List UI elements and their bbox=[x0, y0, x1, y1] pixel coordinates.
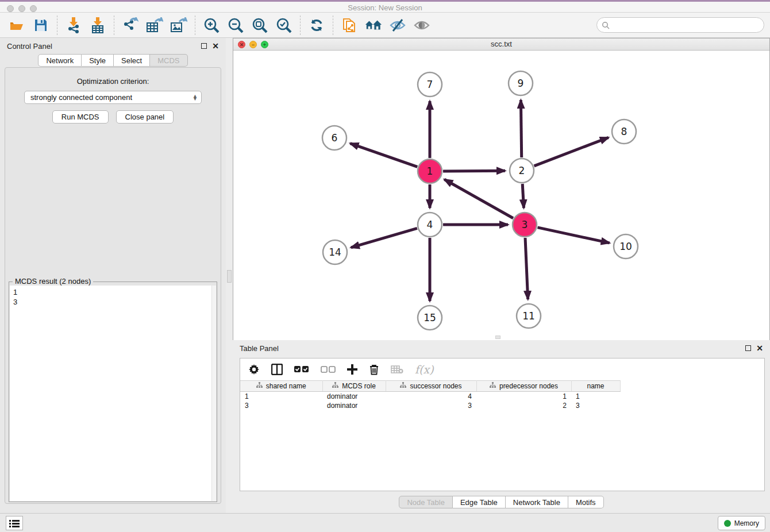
column-header-mcds-role[interactable]: MCDS role bbox=[322, 381, 386, 392]
duplicate-network-icon[interactable] bbox=[341, 17, 358, 34]
memory-button[interactable]: Memory bbox=[718, 516, 765, 530]
refresh-view-icon[interactable] bbox=[308, 17, 325, 34]
edge-2-9[interactable] bbox=[521, 100, 521, 157]
network-canvas[interactable]: 7968124314101511 bbox=[233, 51, 769, 340]
split-panel-icon[interactable] bbox=[271, 364, 283, 375]
delete-table-icon[interactable] bbox=[391, 365, 403, 374]
run-mcds-button[interactable]: Run MCDS bbox=[52, 110, 109, 124]
table-panel-title: Table Panel bbox=[240, 344, 745, 353]
edge-2-8[interactable] bbox=[534, 137, 609, 165]
tree-icon bbox=[256, 382, 263, 390]
close-panel-button[interactable]: Close panel bbox=[116, 110, 174, 124]
optimization-dropdown[interactable]: strongly connected component ▲▼ bbox=[24, 91, 202, 104]
result-scrollbar[interactable] bbox=[211, 286, 216, 501]
graph-node-14[interactable]: 14 bbox=[323, 240, 347, 264]
save-session-icon[interactable] bbox=[32, 17, 49, 34]
table-settings-icon[interactable] bbox=[248, 364, 260, 375]
tab-motifs[interactable]: Motifs bbox=[568, 496, 604, 508]
edge-4-14[interactable] bbox=[351, 228, 417, 248]
edge-1-2[interactable] bbox=[443, 171, 505, 171]
task-history-button[interactable] bbox=[6, 516, 23, 530]
svg-text:3: 3 bbox=[522, 219, 528, 230]
mcds-tab-content: Optimization criterion: strongly connect… bbox=[5, 67, 221, 504]
edge-2-3[interactable] bbox=[522, 184, 523, 208]
graph-node-11[interactable]: 11 bbox=[517, 304, 541, 328]
graph-node-7[interactable]: 7 bbox=[418, 72, 442, 97]
network-resize-grip[interactable] bbox=[495, 336, 500, 339]
import-table-icon[interactable] bbox=[89, 17, 106, 34]
table-cell[interactable]: 4 bbox=[386, 392, 476, 401]
delete-entry-icon[interactable] bbox=[369, 364, 379, 375]
column-header-successor-nodes[interactable]: successor nodes bbox=[386, 381, 476, 392]
splitter-grip[interactable] bbox=[227, 270, 232, 283]
mcds-result-text[interactable]: 13 bbox=[10, 286, 211, 501]
global-search[interactable] bbox=[596, 17, 764, 33]
result-line: 1 bbox=[10, 286, 211, 297]
table-cell[interactable]: 1 bbox=[571, 392, 620, 401]
tab-mcds[interactable]: MCDS bbox=[150, 54, 187, 67]
svg-text:10: 10 bbox=[619, 241, 632, 252]
graph-node-1[interactable]: 1 bbox=[418, 159, 442, 183]
table-cell[interactable]: 1 bbox=[240, 392, 322, 401]
graph-node-10[interactable]: 10 bbox=[614, 234, 638, 259]
table-row[interactable]: 3dominator323 bbox=[240, 401, 764, 410]
show-elements-icon[interactable] bbox=[413, 17, 430, 34]
select-all-rows-icon[interactable] bbox=[294, 366, 309, 373]
open-session-icon[interactable] bbox=[8, 17, 25, 34]
table-cell[interactable]: 3 bbox=[240, 401, 322, 410]
graph-node-15[interactable]: 15 bbox=[418, 306, 442, 330]
graph-node-4[interactable]: 4 bbox=[418, 213, 442, 237]
close-panel-icon[interactable]: ✕ bbox=[212, 43, 219, 49]
edge-3-10[interactable] bbox=[538, 228, 610, 243]
table-cell[interactable]: 3 bbox=[571, 401, 620, 410]
function-builder-icon[interactable]: f(x) bbox=[415, 363, 434, 376]
hide-elements-icon[interactable] bbox=[389, 17, 406, 34]
graph-node-2[interactable]: 2 bbox=[510, 159, 534, 183]
graph-node-6[interactable]: 6 bbox=[322, 126, 346, 150]
float-panel-icon[interactable] bbox=[201, 43, 207, 49]
export-network-icon[interactable] bbox=[122, 17, 139, 34]
zoom-in-icon[interactable] bbox=[203, 17, 220, 34]
tab-network-table[interactable]: Network Table bbox=[506, 496, 568, 508]
edge-1-6[interactable] bbox=[350, 144, 417, 167]
node-table[interactable]: shared nameMCDS rolesuccessor nodesprede… bbox=[240, 380, 764, 410]
search-input[interactable] bbox=[610, 20, 764, 31]
tab-style[interactable]: Style bbox=[82, 54, 114, 67]
toolbar-separator bbox=[333, 16, 333, 35]
node-table-container: f(x) shared nameMCDS rolesuccessor nodes… bbox=[240, 358, 765, 491]
tab-select[interactable]: Select bbox=[114, 54, 150, 67]
tab-node-table[interactable]: Node Table bbox=[399, 496, 453, 508]
zoom-out-icon[interactable] bbox=[227, 17, 244, 34]
toolbar-separator bbox=[57, 16, 57, 35]
home-views-icon[interactable] bbox=[365, 17, 382, 34]
zoom-fit-icon[interactable] bbox=[251, 17, 268, 34]
table-cell[interactable]: 2 bbox=[476, 401, 571, 410]
column-header-predecessor-nodes[interactable]: predecessor nodes bbox=[476, 381, 571, 392]
table-cell[interactable]: dominator bbox=[322, 392, 386, 401]
list-icon bbox=[9, 519, 20, 527]
zoom-selected-icon[interactable] bbox=[275, 17, 292, 34]
table-row[interactable]: 1dominator411 bbox=[240, 392, 764, 401]
graph-node-9[interactable]: 9 bbox=[509, 71, 533, 95]
close-table-panel-icon[interactable]: ✕ bbox=[756, 345, 763, 351]
panel-splitter[interactable] bbox=[226, 38, 233, 513]
deselect-all-rows-icon[interactable] bbox=[321, 366, 336, 373]
graph-node-8[interactable]: 8 bbox=[612, 119, 636, 144]
import-network-icon[interactable] bbox=[65, 17, 82, 34]
float-table-panel-icon[interactable] bbox=[745, 345, 751, 351]
tab-edge-table[interactable]: Edge Table bbox=[453, 496, 506, 508]
export-table-icon[interactable] bbox=[146, 17, 163, 34]
edge-3-1[interactable] bbox=[444, 179, 513, 218]
table-cell[interactable]: dominator bbox=[322, 401, 386, 410]
column-header-name[interactable]: name bbox=[571, 381, 620, 392]
add-column-icon[interactable] bbox=[347, 364, 357, 375]
export-image-icon[interactable] bbox=[170, 17, 187, 34]
edge-3-11[interactable] bbox=[525, 238, 528, 299]
tab-network[interactable]: Network bbox=[38, 54, 82, 67]
table-cell[interactable]: 3 bbox=[386, 401, 476, 410]
graph-node-3[interactable]: 3 bbox=[513, 213, 537, 237]
network-window-titlebar[interactable]: ✕ − + scc.txt bbox=[233, 38, 769, 51]
table-cell[interactable]: 1 bbox=[476, 392, 571, 401]
network-graph[interactable]: 7968124314101511 bbox=[233, 51, 769, 340]
column-header-shared-name[interactable]: shared name bbox=[240, 381, 322, 392]
